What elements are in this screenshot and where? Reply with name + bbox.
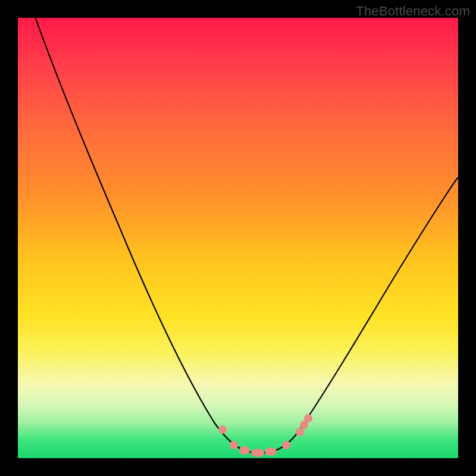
marker-dot [265, 447, 277, 456]
plot-area [18, 18, 458, 458]
marker-dot [282, 441, 290, 449]
marker-dot [251, 449, 264, 457]
marker-dot [218, 425, 227, 434]
chart-svg [18, 18, 458, 458]
marker-dot [239, 446, 250, 455]
watermark-text: TheBottleneck.com [356, 4, 470, 19]
marker-group [218, 414, 312, 457]
chart-frame: TheBottleneck.com [0, 0, 476, 476]
bottleneck-curve [36, 18, 458, 453]
marker-dot [296, 428, 304, 436]
marker-dot [230, 441, 238, 449]
marker-dot [304, 414, 312, 422]
